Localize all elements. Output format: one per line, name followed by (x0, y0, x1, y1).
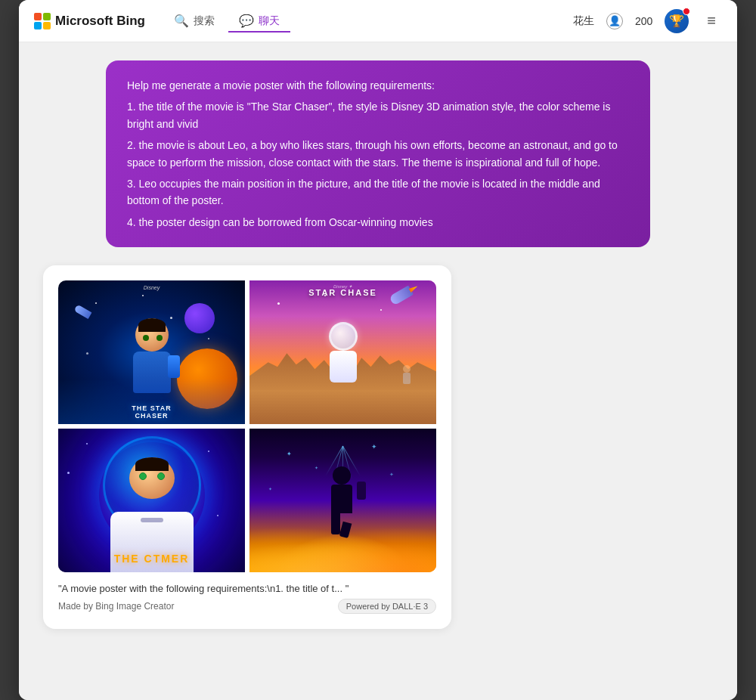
header: Microsoft Bing 🔍 搜索 💬 聊天 花生 👤 200 🏆 ≡ (19, 0, 737, 42)
chat-bubble: Help me generate a movie poster with the… (106, 60, 650, 247)
eye-left (139, 472, 147, 480)
chat-line5: 4. the poster design can be borrowed fro… (127, 214, 629, 231)
sparkle: ✦ (268, 486, 272, 491)
sil-body (331, 485, 352, 513)
char-head (135, 318, 169, 352)
sparkle: ✦ (371, 443, 377, 451)
img2-suit (330, 351, 357, 383)
star-dot (142, 295, 144, 296)
points: 200 (635, 15, 652, 27)
chat-line2: 1. the title of the movie is "The Star C… (127, 98, 629, 132)
img1-title: THE STARCHASER (132, 404, 171, 420)
image-1-content: Disney THE STARCHASER (58, 280, 245, 424)
img1-planet2 (184, 303, 215, 333)
char-hair (138, 318, 166, 332)
image-2-content: Disney ✦ STAR CHASE (249, 280, 436, 424)
eye-right (156, 335, 163, 341)
square-green (43, 13, 51, 20)
made-by: Made by Bing Image Creator (58, 601, 174, 612)
sil-head (333, 466, 351, 485)
img2-helmet (329, 322, 358, 351)
menu-icon[interactable]: ≡ (701, 9, 722, 33)
nav-tabs: 🔍 搜索 💬 聊天 (163, 9, 573, 33)
notification-dot (683, 8, 690, 15)
sky-star (380, 309, 382, 311)
sil-pack (357, 482, 366, 500)
star-dot (95, 302, 97, 304)
image-3-content: THE CTMER (58, 429, 245, 572)
chat-line3: 2. the movie is about Leo, a boy who lik… (127, 137, 629, 171)
char-eyes (143, 335, 163, 341)
face-eyes (139, 472, 165, 480)
small-char-head (403, 365, 411, 373)
image-card: Disney THE STARCHASER (43, 265, 451, 629)
logo: Microsoft Bing (34, 13, 145, 29)
main-content: Help me generate a movie poster with the… (19, 42, 737, 700)
char-pack (168, 355, 180, 378)
star-dot (208, 338, 209, 339)
hair (135, 457, 169, 471)
bing-logo-squares (34, 13, 51, 29)
eye-right (157, 472, 165, 480)
image-grid: Disney THE STARCHASER (58, 280, 436, 572)
square-red (34, 13, 42, 20)
face (129, 457, 175, 499)
image-2[interactable]: Disney ✦ STAR CHASE (249, 280, 436, 424)
spaceship (72, 305, 97, 325)
chat-label: 聊天 (259, 14, 280, 28)
sparkle: ✦ (287, 451, 292, 457)
small-char-body (403, 373, 411, 384)
chat-line4: 3. Leo occupies the main position in the… (127, 175, 629, 209)
sky-star (277, 302, 280, 305)
square-yellow (43, 22, 51, 29)
card-footer: Made by Bing Image Creator Powered by DA… (58, 599, 436, 614)
sparkle: ✦ (389, 472, 394, 478)
img2-title: STAR CHASE (308, 288, 377, 297)
sparkle: ✦ (314, 465, 318, 470)
tab-chat[interactable]: 💬 聊天 (228, 9, 290, 33)
img3-title: THE CTMER (58, 553, 245, 565)
image-3[interactable]: THE CTMER (58, 429, 245, 572)
tab-search[interactable]: 🔍 搜索 (163, 9, 225, 33)
image-1[interactable]: Disney THE STARCHASER (58, 280, 245, 424)
card-caption: "A movie poster with the following requi… (58, 583, 436, 594)
powered-badge: Powered by DALL·E 3 (338, 599, 436, 614)
square-blue (34, 22, 42, 29)
chat-icon: 💬 (239, 14, 254, 28)
star-dot (86, 352, 88, 355)
suit-detail (141, 518, 163, 522)
header-right: 花生 👤 200 🏆 ≡ (573, 9, 722, 33)
sky-star (324, 295, 326, 296)
img1-disney-tag: Disney (144, 285, 160, 290)
img2-small-char (400, 365, 414, 388)
image-4-content: ✦ ✦ ✦ ✦ ✦ (249, 429, 436, 572)
img2-char (327, 322, 360, 383)
search-icon: 🔍 (174, 14, 189, 28)
user-icon[interactable]: 👤 (606, 13, 623, 29)
chat-line1: Help me generate a movie poster with the… (127, 77, 629, 94)
search-label: 搜索 (194, 14, 215, 28)
sil-leg1 (331, 513, 340, 534)
img2-ground (249, 390, 436, 424)
app-window: Microsoft Bing 🔍 搜索 💬 聊天 花生 👤 200 🏆 ≡ (19, 0, 737, 700)
user-name: 花生 (573, 14, 594, 28)
img4-silhouette (325, 466, 370, 534)
trophy-badge[interactable]: 🏆 (665, 9, 689, 33)
logo-text: Microsoft Bing (55, 14, 145, 29)
image-4[interactable]: ✦ ✦ ✦ ✦ ✦ (249, 429, 436, 572)
star (208, 451, 209, 452)
eye-left (143, 335, 149, 341)
